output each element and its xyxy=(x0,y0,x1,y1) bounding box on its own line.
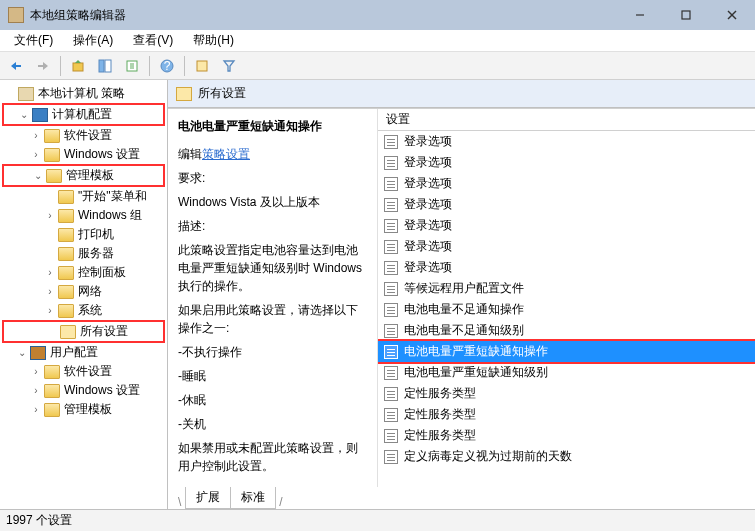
expand-icon[interactable]: › xyxy=(44,267,56,279)
toolbar-separator xyxy=(184,56,185,76)
req-value: Windows Vista 及以上版本 xyxy=(178,193,367,211)
svg-rect-12 xyxy=(197,61,207,71)
tree-windows-components[interactable]: ›Windows 组 xyxy=(2,206,165,225)
menu-file[interactable]: 文件(F) xyxy=(4,29,63,52)
expand-icon[interactable]: › xyxy=(44,286,56,298)
policy-item-icon xyxy=(384,240,398,254)
list-header[interactable]: 设置 xyxy=(378,109,755,131)
enable-body: 如果启用此策略设置，请选择以下操作之一: xyxy=(178,301,367,337)
column-setting[interactable]: 设置 xyxy=(386,111,410,128)
tree-windows-settings[interactable]: ›Windows 设置 xyxy=(2,145,165,164)
tab-extended[interactable]: 扩展 xyxy=(185,487,231,509)
tree-pane[interactable]: 本地计算机 策略 ⌄计算机配置 ›软件设置 ›Windows 设置 ⌄管理模板 … xyxy=(0,80,168,509)
up-button[interactable] xyxy=(66,54,90,78)
tree-windows-settings-user[interactable]: ›Windows 设置 xyxy=(2,381,165,400)
list-item[interactable]: 电池电量严重短缺通知级别 xyxy=(378,362,755,383)
policy-item-icon xyxy=(384,177,398,191)
minimize-button[interactable] xyxy=(617,0,663,30)
menu-action[interactable]: 操作(A) xyxy=(63,29,123,52)
show-hide-tree-button[interactable] xyxy=(93,54,117,78)
expand-icon[interactable]: › xyxy=(44,305,56,317)
tree-server[interactable]: 服务器 xyxy=(2,244,165,263)
policy-item-icon xyxy=(384,135,398,149)
tree-label: 计算机配置 xyxy=(52,106,112,123)
tree-root[interactable]: 本地计算机 策略 xyxy=(2,84,165,103)
list-item[interactable]: 定性服务类型 xyxy=(378,404,755,425)
policy-item-icon xyxy=(384,345,398,359)
list-item[interactable]: 定性服务类型 xyxy=(378,383,755,404)
list-item-label: 登录选项 xyxy=(404,196,452,213)
tree-control-panel[interactable]: ›控制面板 xyxy=(2,263,165,282)
help-button[interactable]: ? xyxy=(155,54,179,78)
tree-network[interactable]: ›网络 xyxy=(2,282,165,301)
collapse-icon[interactable]: ⌄ xyxy=(16,347,28,359)
policy-settings-link[interactable]: 策略设置 xyxy=(202,147,250,161)
back-button[interactable] xyxy=(4,54,28,78)
list-item[interactable]: 等候远程用户配置文件 xyxy=(378,278,755,299)
folder-icon xyxy=(44,148,60,162)
opt1: -不执行操作 xyxy=(178,343,367,361)
filter-button[interactable] xyxy=(217,54,241,78)
list-item[interactable]: 登录选项 xyxy=(378,236,755,257)
right-pane: 所有设置 电池电量严重短缺通知操作 编辑策略设置 要求: Windows Vis… xyxy=(168,80,755,509)
tree-software-settings-user[interactable]: ›软件设置 xyxy=(2,362,165,381)
tree-label: 控制面板 xyxy=(78,264,126,281)
tree-computer-config[interactable]: ⌄计算机配置 xyxy=(2,103,165,126)
properties-button[interactable] xyxy=(190,54,214,78)
maximize-button[interactable] xyxy=(663,0,709,30)
tree-software-settings[interactable]: ›软件设置 xyxy=(2,126,165,145)
tree-all-settings[interactable]: 所有设置 xyxy=(2,320,165,343)
list-item[interactable]: 定性服务类型 xyxy=(378,425,755,446)
toggle-icon[interactable] xyxy=(4,88,16,100)
expand-icon[interactable]: › xyxy=(30,366,42,378)
list-pane[interactable]: 设置 登录选项登录选项登录选项登录选项登录选项登录选项登录选项等候远程用户配置文… xyxy=(378,109,755,487)
pane-header: 所有设置 xyxy=(168,80,755,108)
policy-item-icon xyxy=(384,366,398,380)
forward-button[interactable] xyxy=(31,54,55,78)
list-item[interactable]: 登录选项 xyxy=(378,194,755,215)
svg-rect-7 xyxy=(99,60,104,72)
expand-icon[interactable]: › xyxy=(30,385,42,397)
close-button[interactable] xyxy=(709,0,755,30)
tab-standard[interactable]: 标准 xyxy=(230,487,276,509)
tree-label: Windows 设置 xyxy=(64,146,140,163)
list-item-label: 登录选项 xyxy=(404,175,452,192)
tree-printers[interactable]: 打印机 xyxy=(2,225,165,244)
tree-admin-templates[interactable]: ⌄管理模板 xyxy=(2,164,165,187)
collapse-icon[interactable]: ⌄ xyxy=(18,109,30,121)
folder-icon xyxy=(44,365,60,379)
tree-label: "开始"菜单和 xyxy=(78,188,147,205)
expand-icon[interactable]: › xyxy=(44,210,56,222)
expand-icon[interactable]: › xyxy=(30,404,42,416)
settings-icon xyxy=(176,87,192,101)
list-item-label: 定性服务类型 xyxy=(404,385,476,402)
list-item[interactable]: 登录选项 xyxy=(378,131,755,152)
list-item[interactable]: 电池电量不足通知级别 xyxy=(378,320,755,341)
list-item-label: 电池电量严重短缺通知级别 xyxy=(404,364,548,381)
policy-item-icon xyxy=(384,261,398,275)
tree-admin-templates-user[interactable]: ›管理模板 xyxy=(2,400,165,419)
desc-label: 描述: xyxy=(178,217,367,235)
menu-view[interactable]: 查看(V) xyxy=(123,29,183,52)
export-button[interactable] xyxy=(120,54,144,78)
statusbar: 1997 个设置 xyxy=(0,509,755,531)
list-item[interactable]: 电池电量严重短缺通知操作 xyxy=(378,341,755,362)
desc-body: 此策略设置指定电池容量达到电池电量严重短缺通知级别时 Windows 执行的操作… xyxy=(178,241,367,295)
list-item[interactable]: 电池电量不足通知操作 xyxy=(378,299,755,320)
list-item[interactable]: 登录选项 xyxy=(378,215,755,236)
list-item[interactable]: 登录选项 xyxy=(378,257,755,278)
menu-help[interactable]: 帮助(H) xyxy=(183,29,244,52)
expand-icon[interactable]: › xyxy=(30,149,42,161)
tree-label: Windows 组 xyxy=(78,207,142,224)
tree-user-config[interactable]: ⌄用户配置 xyxy=(2,343,165,362)
expand-icon[interactable]: › xyxy=(30,130,42,142)
collapse-icon[interactable]: ⌄ xyxy=(32,170,44,182)
tree-label: 服务器 xyxy=(78,245,114,262)
tree-start-menu[interactable]: "开始"菜单和 xyxy=(2,187,165,206)
list-item[interactable]: 登录选项 xyxy=(378,173,755,194)
list-item[interactable]: 定义病毒定义视为过期前的天数 xyxy=(378,446,755,467)
tree-system[interactable]: ›系统 xyxy=(2,301,165,320)
tree-label: 软件设置 xyxy=(64,127,112,144)
list-item[interactable]: 登录选项 xyxy=(378,152,755,173)
policy-icon xyxy=(18,87,34,101)
